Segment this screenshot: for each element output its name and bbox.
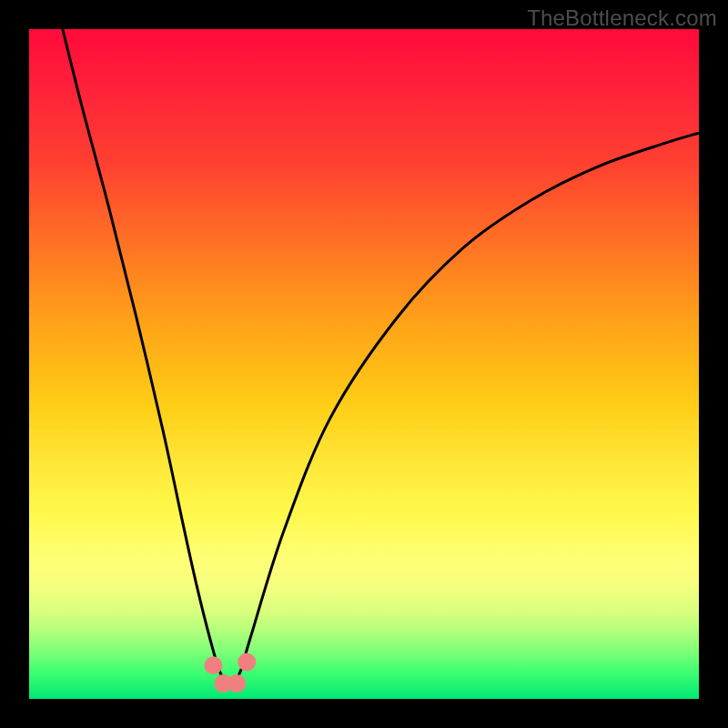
bottleneck-curve-path (63, 29, 699, 685)
marker-dot-0 (204, 656, 222, 674)
marker-dot-2 (228, 674, 246, 693)
chart-svg (29, 29, 699, 699)
marker-group (204, 653, 256, 693)
plot-area (29, 29, 699, 699)
chart-container: TheBottleneck.com (0, 0, 728, 728)
marker-dot-3 (238, 653, 256, 672)
watermark-label: TheBottleneck.com (527, 5, 717, 31)
